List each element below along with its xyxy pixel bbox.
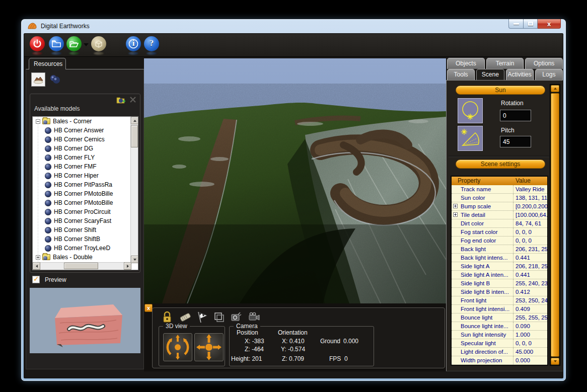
tree-vertical-scrollbar[interactable] [130, 117, 138, 263]
collapse-icon[interactable] [36, 119, 40, 124]
tree-item[interactable]: HB Corner Answer [33, 126, 131, 135]
property-value[interactable]: 0.441 [513, 271, 547, 279]
tree-item[interactable]: HB Corner Hiper [33, 171, 131, 180]
tree-item[interactable]: HB Corner ShiftB [33, 234, 131, 244]
titlebar[interactable]: Digital Earthworks x [21, 19, 566, 33]
add-model-folder-icon[interactable] [116, 96, 126, 106]
property-value[interactable]: 0.090 [513, 322, 547, 330]
property-value[interactable]: 0.000 [513, 356, 547, 364]
scroll-up-button[interactable] [131, 117, 138, 124]
property-row[interactable]: Sun light intensity1.000 [452, 331, 547, 339]
dropdown-caret-icon[interactable] [84, 43, 89, 46]
expand-icon[interactable] [453, 212, 458, 217]
scroll-thumb[interactable] [551, 93, 559, 357]
property-row[interactable]: Fog start color0, 0, 0 [452, 228, 547, 237]
tree-item[interactable]: HB Corner ProCircuit [33, 207, 131, 216]
property-row[interactable]: Bounce light255, 255, 255 [452, 313, 547, 322]
scroll-left-button[interactable] [33, 262, 40, 270]
property-row[interactable]: Sun color138, 131, 117 [452, 194, 547, 202]
preview-checkbox[interactable] [32, 276, 40, 283]
property-value[interactable]: 255, 255, 255 [513, 313, 547, 322]
tab-tools[interactable]: Tools [447, 69, 475, 80]
models-category-icon[interactable] [31, 72, 45, 87]
video-camera-icon[interactable] [247, 311, 259, 323]
minimize-button[interactable] [508, 19, 524, 29]
property-row[interactable]: Back light206, 231, 255 [452, 245, 547, 254]
property-value[interactable]: 0, 0, 0 [513, 339, 547, 347]
box-icon[interactable] [91, 36, 106, 51]
property-value[interactable]: 253, 250, 240 [513, 296, 547, 304]
tab-options[interactable]: Options [525, 58, 563, 69]
help-icon[interactable]: ? [144, 36, 159, 51]
value-column-header[interactable]: Value [513, 177, 547, 185]
open-blue-folder-icon[interactable] [49, 36, 64, 51]
property-row[interactable]: Light direction of...45.000 [452, 348, 547, 356]
tab-activities[interactable]: Activities [506, 69, 534, 80]
property-value[interactable]: Valley Ride [513, 185, 547, 193]
scroll-thumb[interactable] [64, 263, 98, 269]
tree-root-item[interactable]: Bales - Double [33, 253, 131, 262]
tree-item[interactable]: HB Corner PMotoBille [33, 189, 131, 198]
tree-horizontal-scrollbar[interactable] [33, 262, 131, 270]
pan-view-button[interactable] [194, 333, 224, 361]
property-row[interactable]: Back light intens...0.441 [452, 254, 547, 262]
bales-category-icon[interactable] [48, 72, 62, 87]
property-value[interactable]: [0.200,0.200,0 [513, 202, 547, 210]
tree-root-item[interactable]: Bales - Corner [33, 117, 131, 126]
property-value[interactable]: 0.441 [513, 254, 547, 262]
scroll-up-button[interactable] [551, 85, 559, 92]
property-value[interactable]: 138, 131, 117 [513, 194, 547, 202]
property-row[interactable]: Track nameValley Ride [452, 185, 547, 194]
property-row[interactable]: Side light B255, 240, 236 [452, 279, 547, 288]
property-value[interactable]: 84, 74, 61 [513, 219, 547, 227]
property-row[interactable]: Front light intensi...0.409 [452, 305, 547, 313]
tree-item[interactable]: HB Corner ScaryFast [33, 216, 131, 225]
property-value[interactable]: 0, 0, 0 [513, 228, 547, 236]
property-value[interactable]: 206, 218, 255 [513, 262, 547, 270]
info-icon[interactable]: i [126, 36, 141, 51]
property-row[interactable]: Front light253, 250, 240 [452, 296, 547, 305]
sun-rotation-icon[interactable] [458, 98, 483, 123]
sun-section-header[interactable]: Sun [456, 86, 545, 95]
scroll-down-button[interactable] [551, 358, 559, 365]
tab-objects[interactable]: Objects [447, 58, 485, 69]
property-row[interactable]: Dirt color84, 74, 61 [452, 219, 547, 228]
property-row[interactable]: Fog end color0, 0, 0 [452, 237, 547, 245]
rotation-input[interactable]: 0 [500, 110, 531, 121]
eraser-icon[interactable] [179, 311, 191, 323]
scene-settings-header[interactable]: Scene settings [456, 160, 545, 169]
property-value[interactable]: 206, 231, 255 [513, 245, 547, 253]
property-value[interactable]: 255, 240, 236 [513, 279, 547, 287]
maximize-button[interactable] [524, 19, 538, 29]
property-row[interactable]: Bounce light inte...0.090 [452, 322, 547, 331]
tree-item[interactable]: HB Corner PitPassRa [33, 180, 131, 189]
property-value[interactable]: 1.000 [513, 331, 547, 339]
scroll-down-button[interactable] [131, 256, 138, 263]
property-row[interactable]: Side light A206, 218, 255 [452, 262, 547, 271]
property-row[interactable]: Specular light0, 0, 0 [452, 339, 547, 348]
tree-item[interactable]: HB Corner FMF [33, 162, 131, 171]
property-column-header[interactable]: Property [452, 177, 513, 185]
power-icon[interactable] [30, 36, 45, 51]
property-value[interactable]: 0.409 [513, 305, 547, 313]
delete-model-icon[interactable] [129, 96, 137, 106]
screenshot-camera-icon[interactable] [230, 311, 242, 323]
open-green-folder-icon[interactable] [66, 36, 82, 51]
property-row[interactable]: Bump scale[0.200,0.200,0 [452, 202, 547, 211]
rotate-view-button[interactable] [163, 333, 192, 361]
property-row[interactable]: Side light A inten...0.441 [452, 271, 547, 279]
close-button[interactable]: x [538, 19, 561, 29]
tab-scene[interactable]: Scene [476, 69, 504, 80]
property-value[interactable]: 0, 0, 0 [513, 237, 547, 245]
scroll-thumb[interactable] [131, 125, 138, 147]
panel-scrollbar[interactable] [550, 84, 560, 366]
expand-icon[interactable] [36, 255, 40, 260]
checkered-flag-icon[interactable] [196, 311, 208, 323]
tab-terrain[interactable]: Terrain [486, 58, 524, 69]
property-value[interactable]: 45.000 [513, 348, 547, 356]
property-row[interactable]: Width projection0.000 [452, 356, 547, 365]
property-value[interactable]: 0.412 [513, 288, 547, 296]
terrain-3d-viewport[interactable] [144, 58, 446, 303]
property-row[interactable]: Side light B inten...0.412 [452, 288, 547, 296]
tree-item[interactable]: HB Corner DG [33, 144, 131, 153]
